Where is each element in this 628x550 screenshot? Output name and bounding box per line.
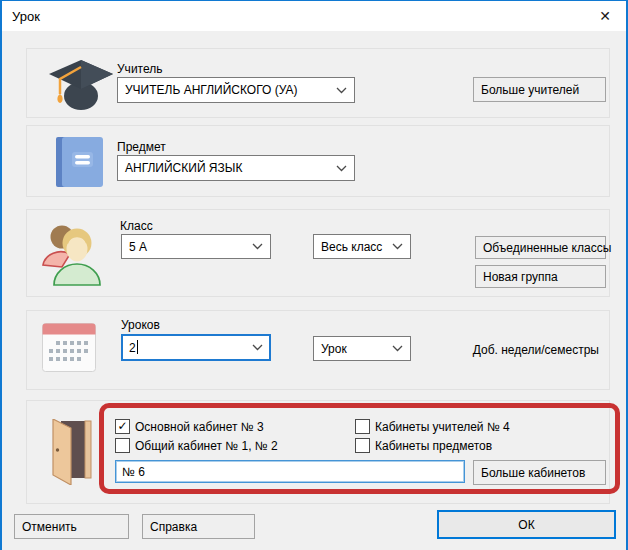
lessons-count-input[interactable]: 2 bbox=[121, 334, 271, 361]
window-title: Урок bbox=[12, 9, 40, 24]
subject-select[interactable]: АНГЛИЙСКИЙ ЯЗЫК bbox=[117, 155, 355, 181]
lessons-section: Уроков 2 Урок Доб. недели/семестры bbox=[26, 310, 610, 390]
chevron-down-icon bbox=[252, 344, 263, 351]
checkbox-shared-classroom[interactable]: Общий кабинет № 1, № 2 bbox=[115, 438, 278, 453]
chevron-down-icon bbox=[392, 345, 403, 352]
lesson-dialog-window: Урок ✕ Учитель УЧИТЕЛЬ АНГЛИЙСКОГО (УА) … bbox=[0, 0, 628, 550]
lessons-count-label: Уроков bbox=[121, 318, 160, 332]
chevron-down-icon bbox=[336, 165, 347, 172]
checkbox-label: Кабинеты учителей № 4 bbox=[375, 420, 510, 434]
class-select[interactable]: 5 А bbox=[121, 234, 271, 259]
class-label: Класс bbox=[120, 219, 153, 233]
room-number-input[interactable] bbox=[115, 460, 465, 483]
checkbox-label: Основной кабинет № 3 bbox=[135, 420, 264, 434]
class-scope-value: Весь класс bbox=[321, 240, 382, 254]
subject-label: Предмет bbox=[117, 140, 166, 154]
joined-classes-button[interactable]: Объединенные классы bbox=[475, 236, 606, 259]
students-icon bbox=[39, 222, 105, 286]
book-icon bbox=[51, 134, 107, 190]
chevron-down-icon bbox=[392, 243, 403, 250]
new-group-button[interactable]: Новая группа bbox=[475, 265, 606, 288]
class-scope-select[interactable]: Весь класс bbox=[313, 234, 411, 259]
subject-select-value: АНГЛИЙСКИЙ ЯЗЫК bbox=[125, 161, 242, 175]
help-button[interactable]: Справка bbox=[142, 514, 255, 539]
checkbox-box bbox=[115, 438, 130, 453]
titlebar: Урок ✕ bbox=[2, 1, 626, 31]
checkbox-box bbox=[355, 438, 370, 453]
chevron-down-icon bbox=[336, 87, 347, 94]
lesson-duration-value: Урок bbox=[321, 342, 347, 356]
teacher-section: Учитель УЧИТЕЛЬ АНГЛИЙСКОГО (УА) Больше … bbox=[26, 48, 610, 118]
lessons-count-value: 2 bbox=[129, 340, 138, 355]
calendar-icon bbox=[41, 321, 97, 375]
checkbox-box bbox=[355, 419, 370, 434]
checkbox-box: ✓ bbox=[115, 419, 130, 434]
checkbox-teacher-classrooms[interactable]: Кабинеты учителей № 4 bbox=[355, 419, 510, 434]
class-section: Класс 5 А Весь класс Объединенные классы… bbox=[26, 209, 610, 297]
checkbox-label: Общий кабинет № 1, № 2 bbox=[135, 439, 278, 453]
teacher-select-value: УЧИТЕЛЬ АНГЛИЙСКОГО (УА) bbox=[125, 83, 297, 97]
subject-section: Предмет АНГЛИЙСКИЙ ЯЗЫК bbox=[26, 125, 610, 197]
checkbox-label: Кабинеты предметов bbox=[375, 439, 492, 453]
teacher-select[interactable]: УЧИТЕЛЬ АНГЛИЙСКОГО (УА) bbox=[117, 77, 355, 103]
chevron-down-icon bbox=[252, 243, 263, 250]
checkbox-subject-classrooms[interactable]: Кабинеты предметов bbox=[355, 438, 492, 453]
door-icon bbox=[45, 419, 93, 485]
more-classrooms-button[interactable]: Больше кабинетов bbox=[473, 460, 606, 485]
text-caret bbox=[137, 340, 138, 354]
graduation-cap-icon bbox=[43, 54, 115, 114]
teacher-label: Учитель bbox=[117, 62, 162, 76]
weeks-semesters-link[interactable]: Доб. недели/семестры bbox=[473, 343, 599, 357]
checkbox-main-classroom[interactable]: ✓ Основной кабинет № 3 bbox=[115, 419, 264, 434]
ok-button[interactable]: ОК bbox=[437, 510, 616, 539]
cancel-button[interactable]: Отменить bbox=[14, 514, 129, 539]
classrooms-section: ✓ Основной кабинет № 3 Общий кабинет № 1… bbox=[26, 400, 610, 504]
lesson-duration-select[interactable]: Урок bbox=[313, 336, 411, 361]
more-teachers-button[interactable]: Больше учителей bbox=[473, 77, 606, 102]
close-icon[interactable]: ✕ bbox=[592, 5, 618, 27]
class-select-value: 5 А bbox=[129, 240, 147, 254]
